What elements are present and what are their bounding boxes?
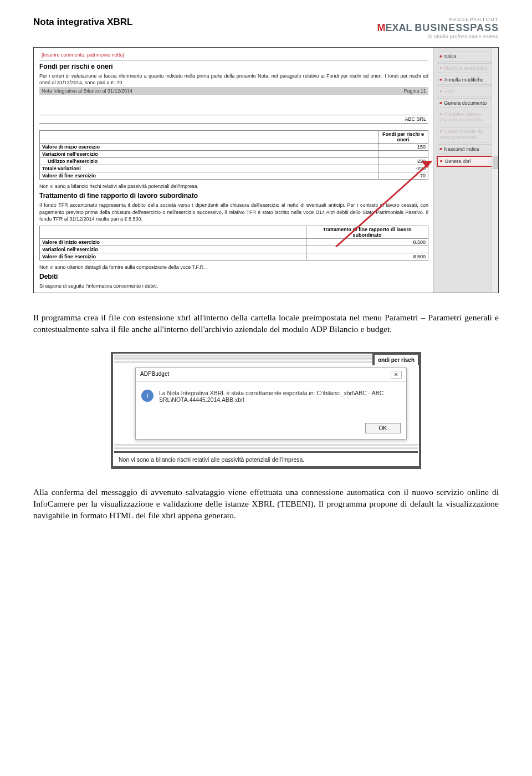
table-fondi: Fondi per rischi e oneri Valore di inizi… <box>39 130 428 180</box>
section-title: Trattamento di fine rapporto di lavoro s… <box>39 192 428 200</box>
note-text: Non vi sono a bilancio rischi relativi a… <box>39 183 428 190</box>
page-header: Nota integrativa XBRL PASSEPARTOUT MEXAL… <box>33 17 499 39</box>
section-title: Debiti <box>39 273 428 280</box>
dialog: ADPBudget ✕ La Nota Integrativa XBRL è s… <box>135 367 407 440</box>
dialog-message: La Nota Integrativa XBRL è stata corrett… <box>136 382 406 421</box>
placeholder-text: [Inserire commento, patrimonio netto] <box>39 51 428 59</box>
table-tfr: Trattamento di fine rapporto di lavoro s… <box>39 226 428 261</box>
scrollbar[interactable] <box>492 48 498 293</box>
generate-doc-button[interactable]: Genera documento <box>437 98 495 108</box>
screenshot-caption: Non vi sono a bilancio rischi relativi a… <box>114 451 418 463</box>
dialog-titlebar: ADPBudget ✕ <box>136 368 406 382</box>
company-label: ABC SRL <box>39 115 428 124</box>
brand-logo: PASSEPARTOUT MEXAL BUSINESSPASS lo studi… <box>377 17 499 39</box>
section-title: Fondi per rischi e oneri <box>39 63 428 70</box>
document-pane: [Inserire commento, patrimonio netto] Fo… <box>34 48 433 293</box>
app-screenshot-1: [Inserire commento, patrimonio netto] Fo… <box>33 47 499 293</box>
app-screenshot-2: ondi per risch ADPBudget ✕ La Nota Integ… <box>111 352 421 469</box>
body-paragraph: Il programma crea il file con estensione… <box>33 312 499 335</box>
page-footer-bar: Nota Integrativa al Bilancio al 31/12/20… <box>39 87 428 95</box>
sidebar: Salva Modifica anagrafica Annulla modifi… <box>433 48 498 293</box>
truncated-tab: ondi per risch <box>372 353 420 365</box>
doc-title: Nota integrativa XBRL <box>33 17 132 28</box>
dialog-title: ADPBudget <box>140 371 169 379</box>
section-body: Il fondo TFR accantonato rappresenta il … <box>39 202 428 222</box>
open-button[interactable]: Apri <box>437 86 495 96</box>
section-body: Si espone di seguito l'informativa conce… <box>39 283 428 289</box>
copy-answers-button[interactable]: Copia risposte da anno precedente <box>437 127 495 142</box>
cancel-button[interactable]: Annulla modifiche <box>437 75 495 85</box>
save-button[interactable]: Salva <box>437 52 495 62</box>
generate-xbrl-button[interactable]: Genera xbrl <box>437 156 495 167</box>
restore-answers-button[interactable]: Ripristina elenco risposte da modello <box>437 110 495 125</box>
note-text: Non vi sono ulteriori dettagli da fornir… <box>39 264 428 270</box>
edit-registry-button[interactable]: Modifica anagrafica <box>437 63 495 73</box>
body-paragraph: Alla conferma del messaggio di avvenuto … <box>33 487 499 522</box>
close-icon[interactable]: ✕ <box>391 371 402 379</box>
section-body: Per i criteri di valutazione si faccia r… <box>39 73 428 86</box>
ok-button[interactable]: OK <box>365 423 401 433</box>
hide-index-button[interactable]: Nascondi indice <box>437 144 495 154</box>
scrollbar-thumb[interactable] <box>493 156 498 169</box>
